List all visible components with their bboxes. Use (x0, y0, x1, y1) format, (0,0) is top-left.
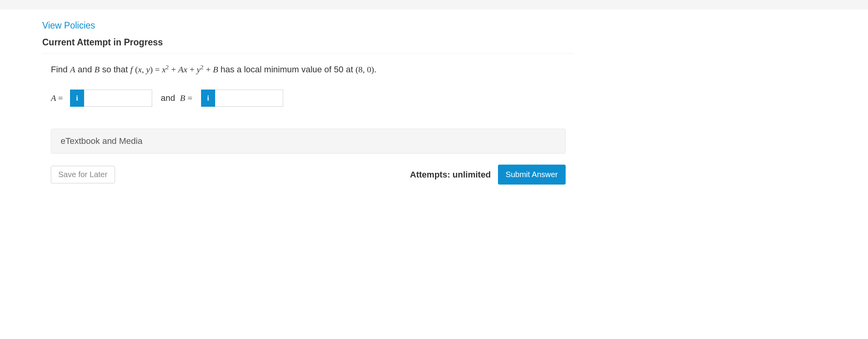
q-plus2: + (190, 65, 197, 74)
q-sup2b: 2 (200, 64, 203, 70)
etextbook-media-bar[interactable]: eTextbook and Media (51, 129, 566, 154)
q-lpar: ( (135, 65, 138, 74)
question-page: View Policies Current Attempt in Progres… (42, 9, 574, 196)
q-plus1: + (171, 65, 178, 74)
q-B2: B (213, 65, 218, 74)
q-pt-a: 8 (358, 65, 363, 74)
question-text: Find A and B so that f (x, y) = x2 + Ax … (51, 64, 566, 75)
q-tail1: has a local minimum value of 50 at (221, 65, 356, 74)
attempts-text: Attempts: unlimited (410, 170, 491, 180)
q-A: A (70, 65, 75, 74)
attempt-heading: Current Attempt in Progress (42, 37, 574, 48)
info-icon-B[interactable]: i (201, 90, 215, 107)
view-policies-link[interactable]: View Policies (42, 20, 95, 31)
action-row: Save for Later Attempts: unlimited Submi… (51, 165, 566, 185)
q-y2: y (197, 65, 201, 74)
save-for-later-button[interactable]: Save for Later (51, 166, 115, 183)
answer-row: A = i and B = i (51, 90, 566, 107)
q-sup2a: 2 (166, 64, 169, 70)
top-strip (0, 0, 868, 9)
q-comma: , (142, 65, 146, 74)
q-x: x (138, 65, 142, 74)
label-A: A = (51, 93, 63, 103)
q-so-that: so that (102, 65, 130, 74)
info-icon-A[interactable]: i (70, 90, 84, 107)
q-pt-b: 0 (367, 65, 371, 74)
q-plus3: + (206, 65, 213, 74)
q-y: y (146, 65, 150, 74)
q-Ax-x: x (183, 65, 187, 74)
q-B: B (94, 65, 99, 74)
q-rpar-eq: ) = (150, 65, 162, 74)
q-prefix: Find (51, 65, 70, 74)
q-Ax-A: A (178, 65, 183, 74)
q-f: f (130, 65, 133, 74)
q-and1: and (78, 65, 95, 74)
q-pt-l: ( (356, 65, 358, 74)
input-A[interactable] (84, 90, 152, 107)
q-period: . (374, 65, 376, 74)
and-word: and (161, 93, 175, 103)
and-separator: and B = (161, 93, 192, 103)
question-panel: Find A and B so that f (x, y) = x2 + Ax … (42, 53, 574, 196)
input-B[interactable] (215, 90, 283, 107)
submit-answer-button[interactable]: Submit Answer (498, 165, 566, 185)
right-actions: Attempts: unlimited Submit Answer (410, 165, 566, 185)
q-pt-c: , (363, 65, 367, 74)
q-x2: x (162, 65, 166, 74)
